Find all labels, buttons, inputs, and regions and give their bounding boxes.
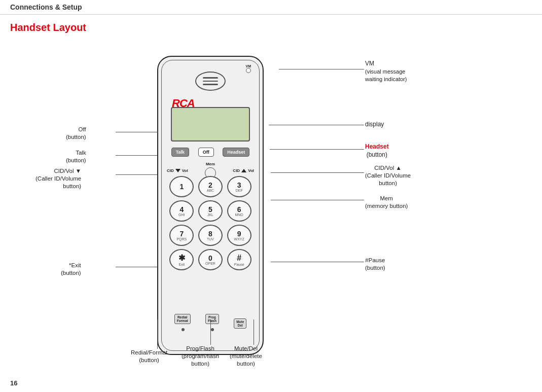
cidvol-arrow-up	[241, 169, 246, 172]
prog-indicator	[211, 328, 214, 331]
prog-vline	[210, 319, 211, 345]
cidvol-right-annotation-line	[271, 172, 364, 173]
vol-right-label: Vol	[248, 168, 254, 173]
annotation-cidvol-right-text: CID/Vol ▲(Caller ID/Volumebutton)	[365, 165, 411, 186]
vm-annotation-line	[279, 69, 364, 69]
annotation-off-text: Off(button)	[66, 126, 86, 140]
key-3[interactable]: 3 DEF	[227, 176, 251, 197]
annotation-cidvol-left-text: CID/Vol ▼(Caller ID/Volumebutton)	[35, 168, 81, 189]
vm-text: VM	[246, 64, 251, 68]
annotation-prog-flash-text: Prog/Flash(program/flashbutton)	[182, 345, 219, 367]
cidvol-right[interactable]: CID Vol	[233, 168, 254, 173]
annotation-vm-text: VM(visual messagewaiting indicator)	[365, 60, 407, 83]
mem-annotation-line	[271, 200, 364, 200]
headset-button[interactable]: Headset	[223, 148, 249, 157]
key-7[interactable]: 7 PQRS	[169, 225, 194, 246]
display-screen	[171, 107, 250, 141]
annotation-headset: Headset (button)	[365, 143, 389, 159]
prog-flash-button[interactable]: ProgFlash	[205, 314, 219, 324]
keypad: 1 2 ABC 3 DEF 4 GHI 5 JKL	[169, 176, 252, 270]
annotation-redial-text: Redial/Format(button)	[131, 349, 167, 363]
vm-indicator: VM	[246, 64, 251, 73]
cidvol-left[interactable]: CID Vol	[167, 168, 188, 173]
annotation-prog-flash: Prog/Flash(program/flashbutton)	[182, 345, 219, 368]
key-5[interactable]: 5 JKL	[198, 200, 223, 222]
key-star[interactable]: ✱ Exit	[169, 249, 194, 270]
mem-label: Mem	[205, 162, 216, 166]
phone-body: VM RCA Talk Off Headset	[157, 56, 264, 355]
mute-del-button[interactable]: MuteDel	[234, 318, 246, 329]
button-row-top: Talk Off Headset	[167, 148, 254, 157]
redial-indicator	[182, 328, 185, 331]
off-button[interactable]: Off	[198, 148, 214, 157]
speaker-line-2	[203, 81, 218, 82]
annotation-cidvol-right: CID/Vol ▲(Caller ID/Volumebutton)	[365, 164, 411, 187]
headset-annotation-line	[270, 149, 364, 150]
annotation-talk-text: Talk(button)	[66, 150, 86, 163]
header-title: Connections & Setup	[10, 3, 82, 11]
annotation-mute-del-text: Mute/Del(mute/deletebutton)	[230, 345, 262, 367]
annotation-display: display	[365, 121, 384, 129]
exit-annotation-line	[116, 267, 157, 267]
annotation-headset-sub: (button)	[367, 151, 387, 158]
key-6[interactable]: 6 MNO	[227, 200, 251, 222]
key-8[interactable]: 8 TUV	[198, 225, 223, 246]
speaker-grill	[195, 72, 226, 91]
diagram-area: VM RCA Talk Off Headset	[0, 25, 542, 390]
cid-right-label: CID	[233, 168, 240, 173]
annotation-mute-del: Mute/Del(mute/deletebutton)	[230, 345, 262, 368]
annotation-display-text: display	[365, 121, 384, 128]
redial-format-group: RedialFormat	[174, 314, 191, 333]
phone-inner: VM RCA Talk Off Headset	[161, 60, 260, 351]
hash-pause-annotation-line	[271, 262, 364, 262]
talk-button[interactable]: Talk	[171, 148, 189, 157]
page-header: Connections & Setup	[0, 0, 542, 15]
key-9[interactable]: 9 WXYZ	[227, 225, 251, 246]
speaker-lines	[203, 77, 218, 85]
mute-vline	[254, 319, 254, 345]
annotation-off: Off(button)	[66, 126, 86, 141]
annotation-redial: Redial/Format(button)	[131, 349, 167, 364]
speaker-line-1	[203, 77, 218, 79]
key-1[interactable]: 1	[169, 176, 194, 197]
vol-left-label: Vol	[182, 168, 188, 173]
annotation-mem: Mem(memory button)	[365, 195, 408, 210]
annotation-vm: VM(visual messagewaiting indicator)	[365, 60, 407, 84]
annotation-headset-text: Headset	[365, 143, 389, 150]
mute-del-group: MuteDel	[234, 318, 246, 329]
key-0[interactable]: 0 OPER	[198, 249, 223, 270]
prog-flash-group: ProgFlash	[205, 314, 219, 333]
key-hash[interactable]: # Pause	[227, 249, 251, 270]
annotation-exit: *Exit(button)	[61, 262, 81, 277]
vm-led	[246, 68, 251, 73]
annotation-mem-text: Mem(memory button)	[365, 195, 408, 209]
key-2[interactable]: 2 ABC	[198, 176, 223, 197]
annotation-cidvol-left: CID/Vol ▼(Caller ID/Volumebutton)	[35, 167, 81, 190]
cid-left-label: CID	[167, 168, 174, 173]
annotation-talk: Talk(button)	[66, 149, 86, 164]
speaker-line-3	[203, 84, 218, 85]
redial-format-button[interactable]: RedialFormat	[174, 314, 191, 324]
annotation-hash-pause-text: #Pause(button)	[365, 257, 385, 271]
cidvol-left-annotation-line	[116, 174, 157, 175]
cidvol-arrow-down	[175, 169, 180, 172]
annotation-hash-pause: #Pause(button)	[365, 257, 385, 272]
redial-vline	[157, 319, 158, 349]
display-annotation-line	[269, 125, 364, 125]
annotation-exit-text: *Exit(button)	[61, 262, 81, 276]
off-annotation-line	[116, 132, 158, 132]
key-4[interactable]: 4 GHI	[169, 200, 194, 222]
talk-annotation-line	[116, 155, 157, 156]
